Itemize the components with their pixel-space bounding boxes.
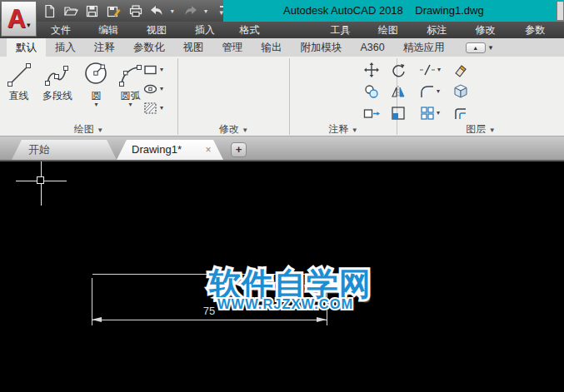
line-button[interactable]: 直线 (2, 60, 36, 108)
polyline-button[interactable]: 多段线 (36, 60, 79, 108)
menu-parametric[interactable]: 参数(P) (516, 22, 564, 38)
chevron-down-icon: ▾ (160, 67, 163, 73)
file-tab-start[interactable]: 开始 (12, 140, 117, 160)
window-title: Autodesk AutoCAD 2018 Drawing1.dwg (283, 0, 484, 22)
infocenter-cutoff (557, 1, 564, 21)
menu-insert[interactable]: 插入(I) (186, 22, 231, 38)
save-as-icon (107, 4, 122, 18)
drawing-canvas[interactable]: 75 软件自学网 软件自学网 WWW.RJZXW.COM WWW.RJZXW.C… (0, 161, 564, 392)
circle-button[interactable]: 圆 ▾ (79, 60, 113, 108)
ribbon: 直线 多段线 圆 ▾ (0, 57, 564, 136)
dimension-line[interactable] (92, 320, 327, 320)
menu-bar: 文件(F) 编辑(E) 视图(V) 插入(I) 格式(O) 工具(T) 绘图(D… (0, 22, 564, 38)
line-icon (4, 60, 34, 90)
plot-button[interactable] (127, 2, 143, 19)
ribbon-tab-featured-apps[interactable]: 精选应用 (394, 38, 454, 57)
chevron-down-icon[interactable]: ▾ (128, 102, 132, 108)
application-menu-button[interactable]: A ▾ (1, 1, 37, 37)
chevron-down-icon: ▾ (489, 43, 493, 52)
rectangle-icon (143, 63, 158, 77)
close-tab-icon[interactable]: × (200, 140, 217, 160)
dimension-arrow-right (317, 317, 327, 322)
rectangle-button[interactable]: ▾ (143, 63, 163, 77)
menu-modify[interactable]: 修改(M) (467, 22, 517, 38)
printer-icon (128, 4, 143, 18)
ribbon-tab-a360[interactable]: A360 (352, 38, 394, 57)
ribbon-tab-annotate[interactable]: 注释 (85, 38, 124, 57)
chevron-down-icon: ▼ (97, 127, 103, 134)
ribbon-tab-output[interactable]: 输出 (252, 38, 292, 57)
ribbon-collapse-button[interactable]: ▲ ▾ (466, 38, 493, 57)
circle-icon (82, 60, 112, 90)
draw-panel-footer[interactable]: 绘图 ▼ (0, 122, 177, 136)
chevron-down-icon: ▼ (489, 127, 496, 134)
undo-dropdown[interactable] (171, 2, 177, 19)
hatch-button[interactable]: ▾ (143, 102, 163, 115)
watermark-url: WWW.RJZXW.COM (217, 296, 353, 312)
chevron-down-icon: ▾ (27, 21, 31, 29)
ribbon-tab-view[interactable]: 视图 (174, 38, 213, 57)
save-button[interactable] (85, 2, 101, 19)
ribbon-tab-parametric[interactable]: 参数化 (124, 38, 174, 57)
menu-format[interactable]: 格式(O) (231, 22, 280, 38)
arc-button[interactable]: 圆弧 ▾ (113, 60, 147, 108)
ribbon-tab-insert[interactable]: 插入 (46, 38, 85, 57)
undo-icon (149, 4, 164, 17)
chevron-down-icon: ▾ (160, 105, 163, 112)
menu-draw[interactable]: 绘图(D) (369, 22, 417, 38)
annotate-panel-footer[interactable]: 注释 ▼ (290, 122, 397, 136)
annotate-panel: A 文字 ▾ 标注 (290, 57, 397, 136)
new-file-icon (42, 4, 57, 18)
autocad-logo-icon: A (7, 6, 26, 32)
chevron-down-icon[interactable]: ▾ (94, 102, 97, 108)
menu-dimension[interactable]: 标注(N) (417, 22, 466, 38)
modify-panel: ▾ (178, 57, 289, 136)
ribbon-tab-bar: 默认 插入 注释 参数化 视图 管理 输出 附加模块 A360 精选应用 ▲ ▾ (0, 38, 564, 57)
undo-button[interactable] (149, 2, 165, 19)
redo-icon (183, 4, 198, 17)
save-icon (85, 4, 99, 18)
arc-icon (116, 60, 146, 90)
ribbon-tab-addins[interactable]: 附加模块 (292, 38, 352, 57)
open-file-button[interactable] (63, 2, 79, 19)
ribbon-tab-manage[interactable]: 管理 (213, 38, 252, 57)
dimension-arrow-left (92, 317, 102, 322)
crosshair-pickbox (37, 176, 44, 184)
ellipse-icon (143, 82, 158, 96)
chevron-down-icon: ▾ (160, 86, 163, 92)
draw-panel: 直线 多段线 圆 ▾ (0, 57, 177, 136)
redo-button[interactable] (182, 2, 198, 19)
open-folder-icon (63, 4, 78, 18)
ellipse-button[interactable]: ▾ (143, 82, 163, 96)
layers-panel: 图层 特性 0 (397, 57, 564, 136)
chevron-down-icon: ▼ (352, 127, 358, 134)
save-as-button[interactable] (106, 2, 122, 19)
chevron-down-icon: ▼ (242, 127, 248, 134)
menu-edit[interactable]: 编辑(E) (89, 22, 137, 38)
redo-dropdown[interactable] (204, 2, 211, 19)
menu-view[interactable]: 视图(V) (137, 22, 186, 38)
hatch-icon (143, 102, 158, 115)
new-file-button[interactable] (42, 2, 57, 19)
title-bar: Autodesk AutoCAD 2018 Drawing1.dwg (0, 0, 564, 22)
new-tab-button[interactable]: + (231, 142, 247, 157)
menu-file[interactable]: 文件(F) (42, 22, 89, 38)
layers-panel-footer[interactable]: 图层 ▼ (397, 122, 564, 136)
modify-panel-footer[interactable]: 修改 ▼ (178, 122, 289, 136)
file-tab-bar: 开始 Drawing1* × + (0, 136, 564, 161)
ribbon-tab-home[interactable]: 默认 (7, 38, 46, 57)
polyline-icon (42, 60, 72, 90)
menu-tools[interactable]: 工具(T) (322, 22, 369, 38)
panel-collapse-icon: ▲ (466, 42, 486, 53)
customize-qat-button[interactable] (220, 6, 224, 17)
